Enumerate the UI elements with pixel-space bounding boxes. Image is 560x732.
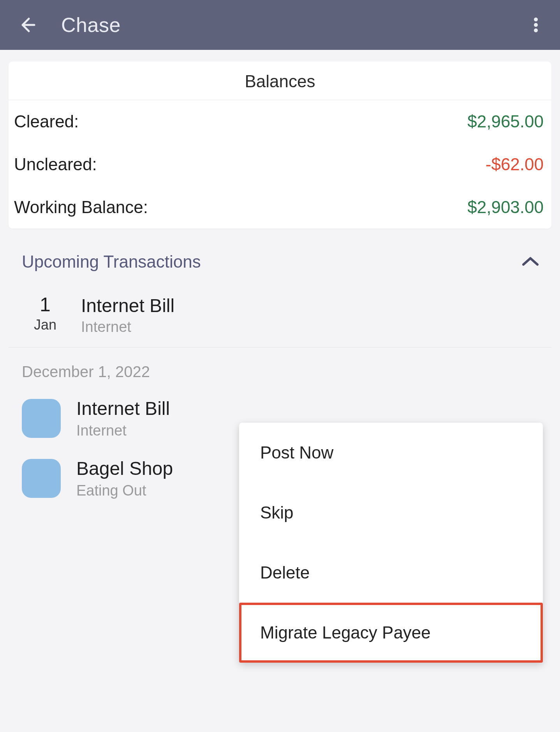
transaction-payee: Bagel Shop <box>76 458 173 479</box>
svg-point-0 <box>534 18 538 21</box>
upcoming-month: Jan <box>22 317 69 333</box>
upcoming-transaction[interactable]: 1JanInternet BillInternet <box>9 279 551 347</box>
upcoming-title: Upcoming Transactions <box>22 252 201 272</box>
app-header: Chase <box>0 0 560 50</box>
category-badge <box>22 459 61 498</box>
upcoming-payee: Internet Bill <box>81 295 174 316</box>
context-menu-item[interactable]: Migrate Legacy Payee <box>239 603 543 663</box>
balance-amount: $2,965.00 <box>467 112 544 131</box>
context-menu-item[interactable]: Delete <box>239 543 543 603</box>
balance-amount: -$62.00 <box>486 155 544 174</box>
transaction-payee: Internet Bill <box>76 398 170 419</box>
balance-label: Cleared: <box>14 112 79 131</box>
balances-card: Balances Cleared:$2,965.00Uncleared:-$62… <box>9 62 551 229</box>
balance-label: Working Balance: <box>14 198 148 217</box>
upcoming-date: 1Jan <box>22 295 69 333</box>
balance-amount: $2,903.00 <box>467 198 544 217</box>
upcoming-header[interactable]: Upcoming Transactions <box>9 229 551 279</box>
transaction-category: Internet <box>76 422 170 439</box>
page-title: Chase <box>61 13 121 37</box>
upcoming-category: Internet <box>81 319 174 335</box>
balance-row: Cleared:$2,965.00 <box>9 100 551 143</box>
balance-row: Uncleared:-$62.00 <box>9 143 551 186</box>
context-menu-item[interactable]: Skip <box>239 483 543 543</box>
upcoming-day: 1 <box>22 295 69 314</box>
date-group-header: December 1, 2022 <box>9 347 551 388</box>
context-menu-item[interactable]: Post Now <box>239 423 543 483</box>
more-icon[interactable] <box>527 16 544 34</box>
balance-row: Working Balance:$2,903.00 <box>9 186 551 229</box>
chevron-up-icon[interactable] <box>521 255 540 268</box>
balance-label: Uncleared: <box>14 155 97 174</box>
transaction-category: Eating Out <box>76 482 173 499</box>
svg-point-1 <box>534 23 538 27</box>
balances-title: Balances <box>9 62 551 100</box>
back-icon[interactable] <box>19 16 36 34</box>
svg-point-2 <box>534 28 538 32</box>
category-badge <box>22 399 61 438</box>
context-menu: Post NowSkipDeleteMigrate Legacy Payee <box>239 423 543 663</box>
